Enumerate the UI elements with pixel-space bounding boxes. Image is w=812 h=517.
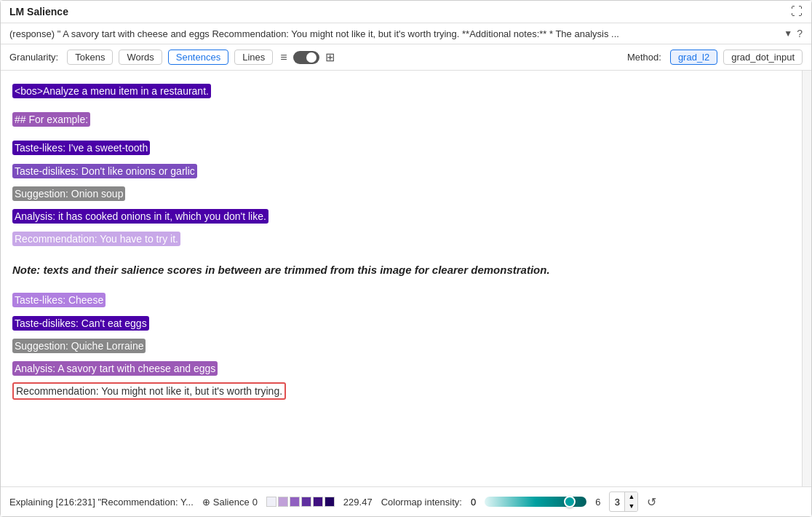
sentence-suggestion-2[interactable]: Suggestion: Quiche Lorraine xyxy=(12,337,790,355)
spinner-value: 3 xyxy=(610,495,624,509)
colormap-box-5 xyxy=(313,497,323,507)
highlight-bos[interactable]: <bos>Analyze a menu item in a restaurant… xyxy=(12,84,211,98)
sentence-suggestion-1[interactable]: Suggestion: Onion soup xyxy=(12,185,790,203)
sentence-taste-dislikes-1[interactable]: Taste-dislikes: Don't like onions or gar… xyxy=(12,162,790,181)
spinner-down-button[interactable]: ▼ xyxy=(625,502,637,511)
granularity-tokens-button[interactable]: Tokens xyxy=(67,50,113,65)
scrollbar[interactable] xyxy=(803,71,811,486)
granularity-label: Granularity: xyxy=(9,52,58,63)
expand-icon[interactable]: ⛶ xyxy=(791,5,803,18)
highlight-analysis-1[interactable]: Analysis: it has cooked onions in it, wh… xyxy=(12,209,268,224)
highlight-suggestion-2[interactable]: Suggestion: Quiche Lorraine xyxy=(12,339,146,353)
refresh-button[interactable]: ↺ xyxy=(647,495,656,509)
toggle-switch[interactable] xyxy=(293,51,319,64)
highlight-suggestion-1[interactable]: Suggestion: Onion soup xyxy=(12,186,125,201)
colormap-box-3 xyxy=(290,497,300,507)
highlight-for-example[interactable]: ## For example: xyxy=(12,112,90,127)
sentence-recommendation-1[interactable]: Recommendation: You have to try it. xyxy=(12,230,790,248)
highlight-recommendation-2[interactable]: Recommendation: You might not like it, b… xyxy=(12,382,286,400)
spinner-up-button[interactable]: ▲ xyxy=(625,492,637,502)
sentence-analysis-1[interactable]: Analysis: it has cooked onions in it, wh… xyxy=(12,208,790,226)
colormap-box-6 xyxy=(325,497,335,507)
colormap-box-1 xyxy=(266,497,276,507)
salience-icon: ⊕ xyxy=(202,497,210,508)
sentence-taste-likes-1[interactable]: Taste-likes: I've a sweet-tooth xyxy=(12,139,790,157)
granularity-bar: Granularity: Tokens Words Sentences Line… xyxy=(1,44,811,71)
main-content: <bos>Analyze a menu item in a restaurant… xyxy=(1,71,811,486)
spinner-input[interactable]: 3 ▲ ▼ xyxy=(609,492,638,512)
highlight-taste-dislikes-1[interactable]: Taste-dislikes: Don't like onions or gar… xyxy=(12,164,197,178)
granularity-sentences-button[interactable]: Sentences xyxy=(168,50,228,65)
salience-label: ⊕ Salience 0 xyxy=(202,497,258,508)
highlight-analysis-2[interactable]: Analysis: A savory tart with cheese and … xyxy=(12,361,218,376)
colormap-boxes xyxy=(266,497,335,507)
content-area: <bos>Analyze a menu item in a restaurant… xyxy=(1,71,803,486)
colormap-box-2 xyxy=(278,497,288,507)
highlight-recommendation-1[interactable]: Recommendation: You have to try it. xyxy=(12,232,180,246)
sentence-taste-dislikes-2[interactable]: Taste-dislikes: Can't eat eggs xyxy=(12,315,790,333)
method-label: Method: xyxy=(627,52,661,63)
method-grad-l2-button[interactable]: grad_l2 xyxy=(670,50,717,65)
help-icon[interactable]: ? xyxy=(797,28,803,39)
colormap-max-label: 6 xyxy=(595,497,600,508)
note-text: Note: texts and their salience scores in… xyxy=(12,260,790,280)
title-bar: LM Salience ⛶ xyxy=(1,1,811,23)
highlight-taste-likes-1[interactable]: Taste-likes: I've a sweet-tooth xyxy=(12,141,150,155)
granularity-lines-button[interactable]: Lines xyxy=(234,50,273,65)
list-icon[interactable]: ≡ xyxy=(279,50,288,66)
sentence-bos[interactable]: <bos>Analyze a menu item in a restaurant… xyxy=(12,82,790,100)
colormap-slider-area xyxy=(485,497,586,507)
highlight-taste-likes-2[interactable]: Taste-likes: Cheese xyxy=(12,293,106,307)
note-container: Note: texts and their salience scores in… xyxy=(12,260,790,280)
colormap-min-label: 0 xyxy=(471,497,476,508)
salience-max-value: 229.47 xyxy=(343,497,373,508)
sentence-for-example[interactable]: ## For example: xyxy=(12,111,790,129)
main-window: LM Salience ⛶ (response) " A savory tart… xyxy=(0,0,812,517)
slider-thumb[interactable] xyxy=(564,496,576,508)
app-title: LM Salience xyxy=(9,6,68,17)
response-text: (response) " A savory tart with cheese a… xyxy=(9,28,779,39)
sentence-recommendation-2[interactable]: Recommendation: You might not like it, b… xyxy=(12,382,790,400)
colormap-slider[interactable] xyxy=(485,497,586,507)
toggle-area: ≡ ⊞ xyxy=(279,49,335,66)
method-grad-dot-input-button[interactable]: grad_dot_input xyxy=(723,50,803,65)
response-bar: (response) " A savory tart with cheese a… xyxy=(1,23,811,44)
explaining-text: Explaining [216:231] "Recommendation: Y.… xyxy=(9,497,194,508)
bottom-bar: Explaining [216:231] "Recommendation: Y.… xyxy=(1,486,811,516)
sentence-analysis-2[interactable]: Analysis: A savory tart with cheese and … xyxy=(12,360,790,378)
colormap-box-4 xyxy=(301,497,311,507)
granularity-words-button[interactable]: Words xyxy=(119,50,162,65)
dropdown-arrow-icon[interactable]: ▼ xyxy=(784,28,792,39)
colormap-intensity-label: Colormap intensity: xyxy=(381,497,462,508)
sentence-taste-likes-2[interactable]: Taste-likes: Cheese xyxy=(12,291,790,309)
grid-icon[interactable]: ⊞ xyxy=(324,49,336,66)
highlight-taste-dislikes-2[interactable]: Taste-dislikes: Can't eat eggs xyxy=(12,316,149,331)
spinner-buttons: ▲ ▼ xyxy=(624,492,637,511)
